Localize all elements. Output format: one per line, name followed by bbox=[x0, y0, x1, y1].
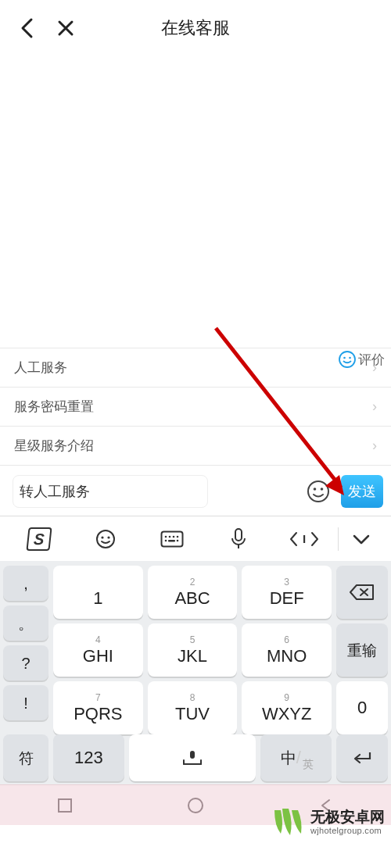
option-label: 星级服务介绍 bbox=[14, 437, 94, 455]
key-space[interactable] bbox=[129, 734, 256, 781]
nav-recents[interactable] bbox=[48, 789, 81, 822]
key-abc[interactable]: 2ABC bbox=[148, 566, 238, 619]
key-enter[interactable] bbox=[336, 734, 388, 781]
svg-point-6 bbox=[314, 488, 317, 491]
chevron-right-icon: › bbox=[372, 398, 377, 415]
message-input[interactable] bbox=[13, 475, 208, 508]
ime-cursor-move-button[interactable]: I bbox=[271, 516, 338, 561]
key-symbols[interactable]: 符 bbox=[3, 734, 48, 781]
key-retype[interactable]: 重输 bbox=[336, 623, 388, 677]
watermark-url: wjhotelgroup.com bbox=[310, 826, 385, 836]
key-period[interactable]: 。 bbox=[3, 605, 48, 641]
key-0[interactable]: 0 bbox=[336, 681, 388, 734]
emoji-button[interactable] bbox=[303, 477, 333, 506]
key-language-toggle[interactable]: 中 / 英 bbox=[260, 734, 332, 781]
backspace-icon bbox=[349, 583, 375, 602]
ime-keyboard-button[interactable] bbox=[138, 516, 205, 561]
chevron-right-icon: › bbox=[372, 359, 377, 376]
option-row-star-service[interactable]: 星级服务介绍 › bbox=[0, 427, 391, 466]
key-comma[interactable]: , bbox=[3, 566, 48, 601]
svg-rect-19 bbox=[235, 529, 242, 541]
input-bar: 发送 bbox=[0, 466, 391, 516]
key-jkl[interactable]: 5JKL bbox=[148, 623, 238, 677]
key-mno[interactable]: 6MNO bbox=[242, 623, 332, 677]
svg-rect-18 bbox=[168, 540, 175, 541]
svg-point-8 bbox=[97, 530, 114, 548]
key-wxyz[interactable]: 9WXYZ bbox=[242, 681, 332, 734]
svg-rect-22 bbox=[190, 751, 195, 759]
key-tuv[interactable]: 8TUV bbox=[148, 681, 238, 734]
svg-point-16 bbox=[165, 539, 167, 541]
svg-text:I: I bbox=[303, 532, 306, 545]
key-backspace[interactable] bbox=[336, 566, 388, 619]
chevron-right-icon: › bbox=[372, 438, 377, 454]
svg-point-15 bbox=[177, 535, 179, 538]
ime-collapse-button[interactable] bbox=[339, 516, 385, 561]
watermark: 无极安卓网 wjhotelgroup.com bbox=[270, 801, 391, 840]
watermark-title: 无极安卓网 bbox=[310, 809, 385, 826]
send-button[interactable]: 发送 bbox=[341, 475, 383, 508]
close-button[interactable] bbox=[52, 14, 80, 42]
option-label: 服务密码重置 bbox=[14, 398, 94, 416]
send-label: 发送 bbox=[348, 482, 376, 501]
chat-area: 评价 人工服务 › 服务密码重置 › 星级服务介绍 › bbox=[0, 56, 391, 466]
svg-point-12 bbox=[165, 535, 167, 538]
sogou-icon: S bbox=[27, 527, 52, 551]
enter-icon bbox=[350, 749, 374, 766]
nav-home[interactable] bbox=[179, 789, 212, 822]
mic-space-icon bbox=[181, 748, 204, 767]
key-question[interactable]: ? bbox=[3, 645, 48, 680]
watermark-logo-icon bbox=[270, 804, 306, 840]
svg-point-17 bbox=[177, 539, 179, 541]
key-1[interactable]: 1 bbox=[53, 566, 143, 619]
svg-point-7 bbox=[321, 488, 324, 491]
key-def[interactable]: 3DEF bbox=[242, 566, 332, 619]
ime-emoji-button[interactable] bbox=[73, 516, 139, 561]
svg-point-14 bbox=[173, 535, 175, 538]
key-numbers[interactable]: 123 bbox=[53, 734, 124, 781]
svg-point-27 bbox=[188, 798, 203, 813]
option-list: 人工服务 › 服务密码重置 › 星级服务介绍 › bbox=[0, 348, 391, 466]
option-row-human-service[interactable]: 人工服务 › bbox=[0, 348, 391, 388]
option-label: 人工服务 bbox=[14, 359, 67, 377]
ime-sogou-logo[interactable]: S bbox=[6, 516, 73, 561]
option-row-password-reset[interactable]: 服务密码重置 › bbox=[0, 388, 391, 427]
key-ghi[interactable]: 4GHI bbox=[53, 623, 143, 677]
svg-point-10 bbox=[107, 536, 109, 538]
svg-point-9 bbox=[101, 536, 103, 538]
svg-rect-26 bbox=[59, 799, 71, 812]
svg-point-13 bbox=[169, 535, 171, 538]
key-pqrs[interactable]: 7PQRS bbox=[53, 681, 143, 734]
key-exclaim[interactable]: ! bbox=[3, 685, 48, 720]
svg-rect-11 bbox=[161, 531, 182, 546]
back-button[interactable] bbox=[13, 14, 41, 42]
ime-mic-button[interactable] bbox=[205, 516, 271, 561]
ime-toolbar: S I bbox=[0, 516, 391, 561]
svg-point-5 bbox=[308, 481, 328, 502]
keyboard: , 。 ? ! 1 2ABC 3DEF 4GHI 5JKL 6MNO 7PQRS… bbox=[0, 561, 391, 784]
